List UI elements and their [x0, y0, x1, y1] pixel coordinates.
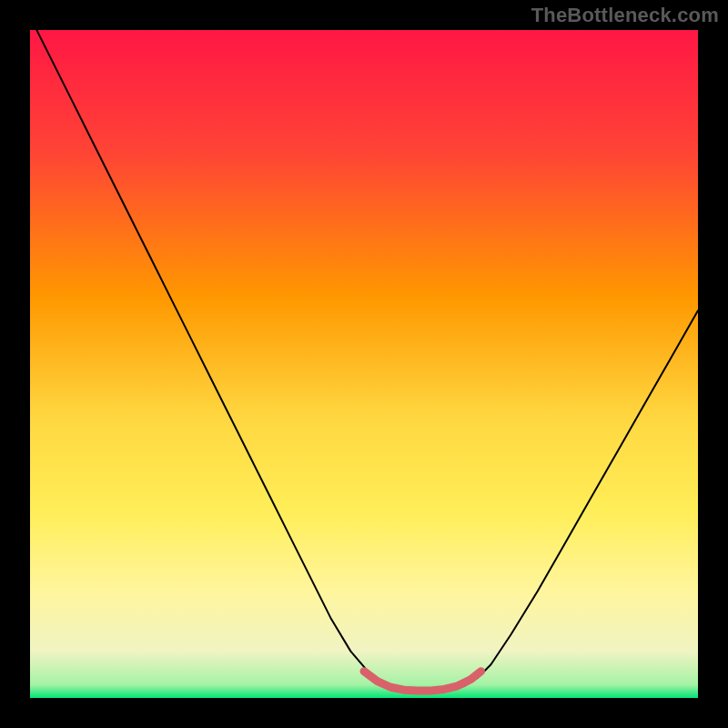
chart-svg [30, 30, 698, 698]
watermark-text: TheBottleneck.com [531, 4, 719, 27]
chart-plot-area [30, 30, 698, 698]
gradient-background [30, 30, 698, 698]
